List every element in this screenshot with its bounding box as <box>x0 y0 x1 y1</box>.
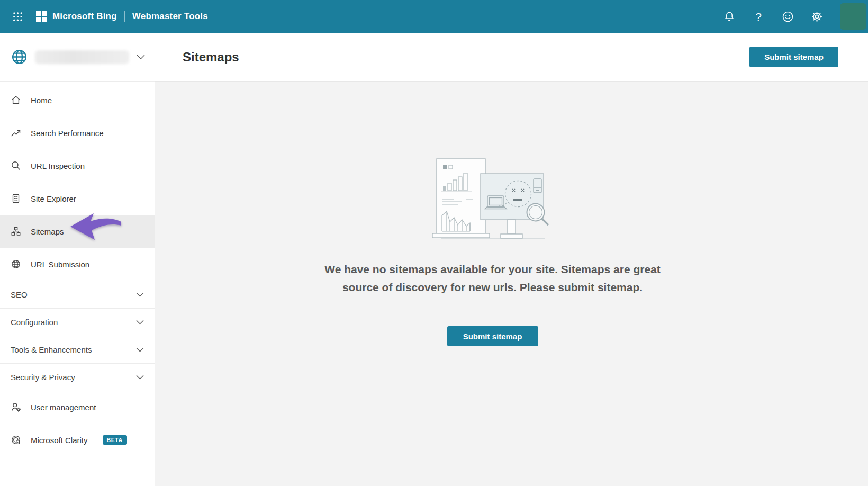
sidebar-item-sitemaps[interactable]: Sitemaps <box>0 215 155 248</box>
sidebar-item-user-management[interactable]: User management <box>0 391 155 424</box>
sidebar-item-url-inspection[interactable]: URL Inspection <box>0 149 155 182</box>
person-gear-icon <box>11 402 21 412</box>
question-mark-icon: ? <box>755 11 762 22</box>
submit-sitemap-button-header[interactable]: Submit sitemap <box>749 47 838 67</box>
sidebar-item-search-performance[interactable]: Search Performance <box>0 116 155 149</box>
sidebar-item-home[interactable]: Home <box>0 84 155 116</box>
home-icon <box>11 95 21 105</box>
feedback-button[interactable] <box>779 7 797 25</box>
globe-icon <box>11 259 21 269</box>
chevron-down-icon <box>136 347 144 352</box>
sitemaps-empty-state: We have no sitemaps available for your s… <box>155 82 868 346</box>
sidebar-item-label: User management <box>31 403 96 412</box>
sidebar-group-label: Tools & Enhancements <box>11 345 92 354</box>
main-content: Sitemaps Submit sitemap <box>155 33 868 486</box>
sidebar-group-label: SEO <box>11 290 28 299</box>
brand-divider <box>124 11 125 22</box>
sidebar-item-label: URL Inspection <box>31 161 85 170</box>
avatar[interactable] <box>840 3 866 30</box>
sidebar-group-configuration[interactable]: Configuration <box>0 308 155 336</box>
chevron-down-icon <box>136 320 144 325</box>
smiley-icon <box>781 10 794 23</box>
trending-up-icon <box>11 128 21 138</box>
waffle-icon <box>12 11 23 22</box>
sidebar-group-label: Configuration <box>11 318 58 327</box>
globe-icon <box>11 48 28 66</box>
waffle-menu-button[interactable] <box>8 7 26 25</box>
brand-lockup[interactable]: Microsoft Bing Webmaster Tools <box>36 11 208 22</box>
clarity-icon <box>11 435 21 445</box>
site-selector[interactable] <box>0 33 155 82</box>
sidebar-item-microsoft-clarity[interactable]: Microsoft Clarity BETA <box>0 424 155 456</box>
product-name: Webmaster Tools <box>132 11 208 22</box>
sidebar-group-tools-enhancements[interactable]: Tools & Enhancements <box>0 336 155 363</box>
sidebar-group-label: Security & Privacy <box>11 373 75 382</box>
sidebar-item-label: URL Submission <box>31 260 89 269</box>
sidebar-item-label: Home <box>31 96 52 105</box>
sidebar-item-site-explorer[interactable]: Site Explorer <box>0 182 155 215</box>
sidebar-nav: Home Search Performance URL Inspection <box>0 82 155 456</box>
sidebar: Home Search Performance URL Inspection <box>0 33 155 486</box>
sidebar-item-label: Sitemaps <box>31 227 64 236</box>
sidebar-item-url-submission[interactable]: URL Submission <box>0 248 155 281</box>
document-list-icon <box>11 193 21 204</box>
empty-state-message: We have no sitemaps available for your s… <box>323 260 662 296</box>
site-name-redacted <box>35 50 129 64</box>
main-header: Sitemaps Submit sitemap <box>155 33 868 82</box>
beta-badge: BETA <box>103 435 127 445</box>
microsoft-logo-icon <box>36 11 47 22</box>
settings-button[interactable] <box>808 7 826 25</box>
topbar-actions: ? <box>720 3 868 30</box>
notifications-button[interactable] <box>720 7 738 25</box>
magnifier-icon <box>11 160 21 171</box>
help-button[interactable]: ? <box>749 7 767 25</box>
sidebar-group-security-privacy[interactable]: Security & Privacy <box>0 363 155 391</box>
empty-state-illustration <box>431 152 554 246</box>
gear-icon <box>810 10 824 23</box>
chevron-down-icon <box>136 375 144 380</box>
sidebar-item-label: Microsoft Clarity <box>31 436 88 445</box>
brand-name: Microsoft Bing <box>52 11 117 22</box>
bell-icon <box>723 10 736 23</box>
sidebar-item-label: Search Performance <box>31 129 104 138</box>
top-bar: Microsoft Bing Webmaster Tools ? <box>0 0 868 33</box>
chevron-down-icon <box>137 55 145 59</box>
sidebar-item-label: Site Explorer <box>31 194 76 203</box>
page-title: Sitemaps <box>183 50 239 65</box>
submit-sitemap-button-empty-state[interactable]: Submit sitemap <box>447 326 538 346</box>
sidebar-group-seo[interactable]: SEO <box>0 281 155 308</box>
sitemap-icon <box>11 226 21 237</box>
chevron-down-icon <box>136 292 144 297</box>
